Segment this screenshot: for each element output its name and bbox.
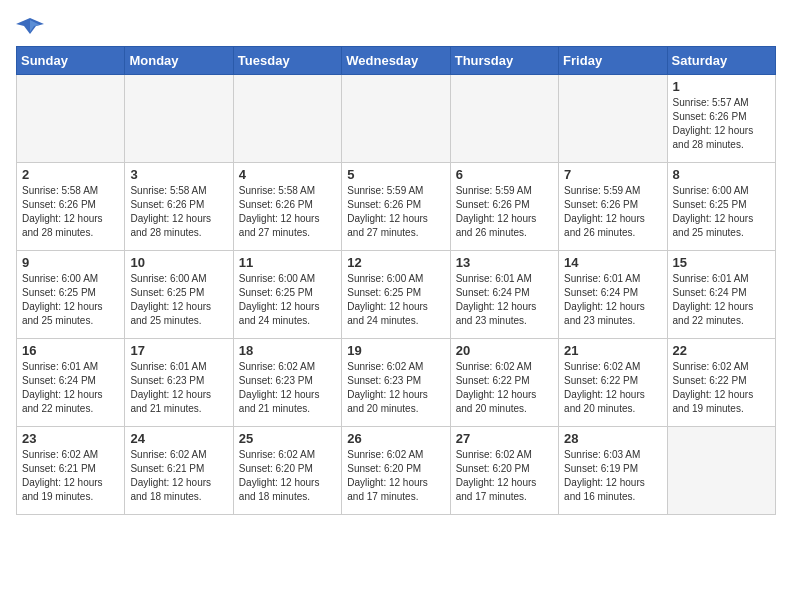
calendar-week-row: 1Sunrise: 5:57 AM Sunset: 6:26 PM Daylig… <box>17 75 776 163</box>
day-info: Sunrise: 6:02 AM Sunset: 6:22 PM Dayligh… <box>456 360 553 416</box>
day-info: Sunrise: 6:01 AM Sunset: 6:24 PM Dayligh… <box>22 360 119 416</box>
calendar-cell: 5Sunrise: 5:59 AM Sunset: 6:26 PM Daylig… <box>342 163 450 251</box>
calendar-cell <box>17 75 125 163</box>
day-number: 15 <box>673 255 770 270</box>
day-number: 5 <box>347 167 444 182</box>
day-info: Sunrise: 6:01 AM Sunset: 6:24 PM Dayligh… <box>456 272 553 328</box>
calendar-cell: 25Sunrise: 6:02 AM Sunset: 6:20 PM Dayli… <box>233 427 341 515</box>
day-number: 25 <box>239 431 336 446</box>
day-number: 9 <box>22 255 119 270</box>
calendar-cell <box>342 75 450 163</box>
day-number: 13 <box>456 255 553 270</box>
calendar-cell: 21Sunrise: 6:02 AM Sunset: 6:22 PM Dayli… <box>559 339 667 427</box>
day-number: 19 <box>347 343 444 358</box>
weekday-header-thursday: Thursday <box>450 47 558 75</box>
calendar-week-row: 2Sunrise: 5:58 AM Sunset: 6:26 PM Daylig… <box>17 163 776 251</box>
day-info: Sunrise: 5:58 AM Sunset: 6:26 PM Dayligh… <box>22 184 119 240</box>
calendar-cell: 26Sunrise: 6:02 AM Sunset: 6:20 PM Dayli… <box>342 427 450 515</box>
calendar-cell <box>667 427 775 515</box>
day-number: 10 <box>130 255 227 270</box>
day-info: Sunrise: 6:02 AM Sunset: 6:22 PM Dayligh… <box>564 360 661 416</box>
day-info: Sunrise: 6:01 AM Sunset: 6:23 PM Dayligh… <box>130 360 227 416</box>
day-info: Sunrise: 6:01 AM Sunset: 6:24 PM Dayligh… <box>564 272 661 328</box>
weekday-header-tuesday: Tuesday <box>233 47 341 75</box>
calendar-week-row: 9Sunrise: 6:00 AM Sunset: 6:25 PM Daylig… <box>17 251 776 339</box>
day-info: Sunrise: 6:00 AM Sunset: 6:25 PM Dayligh… <box>673 184 770 240</box>
calendar-cell: 27Sunrise: 6:02 AM Sunset: 6:20 PM Dayli… <box>450 427 558 515</box>
calendar-header-row: SundayMondayTuesdayWednesdayThursdayFrid… <box>17 47 776 75</box>
day-number: 1 <box>673 79 770 94</box>
day-number: 20 <box>456 343 553 358</box>
calendar-cell <box>233 75 341 163</box>
page-header <box>16 16 776 38</box>
day-number: 22 <box>673 343 770 358</box>
calendar-cell: 28Sunrise: 6:03 AM Sunset: 6:19 PM Dayli… <box>559 427 667 515</box>
calendar-cell: 9Sunrise: 6:00 AM Sunset: 6:25 PM Daylig… <box>17 251 125 339</box>
calendar-week-row: 16Sunrise: 6:01 AM Sunset: 6:24 PM Dayli… <box>17 339 776 427</box>
weekday-header-wednesday: Wednesday <box>342 47 450 75</box>
weekday-header-sunday: Sunday <box>17 47 125 75</box>
day-number: 21 <box>564 343 661 358</box>
calendar-cell: 3Sunrise: 5:58 AM Sunset: 6:26 PM Daylig… <box>125 163 233 251</box>
day-number: 8 <box>673 167 770 182</box>
day-info: Sunrise: 6:02 AM Sunset: 6:20 PM Dayligh… <box>347 448 444 504</box>
calendar-cell: 18Sunrise: 6:02 AM Sunset: 6:23 PM Dayli… <box>233 339 341 427</box>
day-info: Sunrise: 5:58 AM Sunset: 6:26 PM Dayligh… <box>239 184 336 240</box>
day-info: Sunrise: 6:02 AM Sunset: 6:21 PM Dayligh… <box>22 448 119 504</box>
calendar-cell: 13Sunrise: 6:01 AM Sunset: 6:24 PM Dayli… <box>450 251 558 339</box>
calendar-cell: 23Sunrise: 6:02 AM Sunset: 6:21 PM Dayli… <box>17 427 125 515</box>
calendar-table: SundayMondayTuesdayWednesdayThursdayFrid… <box>16 46 776 515</box>
calendar-cell: 14Sunrise: 6:01 AM Sunset: 6:24 PM Dayli… <box>559 251 667 339</box>
weekday-header-monday: Monday <box>125 47 233 75</box>
day-info: Sunrise: 6:02 AM Sunset: 6:20 PM Dayligh… <box>456 448 553 504</box>
day-info: Sunrise: 5:59 AM Sunset: 6:26 PM Dayligh… <box>456 184 553 240</box>
calendar-cell: 16Sunrise: 6:01 AM Sunset: 6:24 PM Dayli… <box>17 339 125 427</box>
day-number: 27 <box>456 431 553 446</box>
day-info: Sunrise: 5:57 AM Sunset: 6:26 PM Dayligh… <box>673 96 770 152</box>
day-info: Sunrise: 6:00 AM Sunset: 6:25 PM Dayligh… <box>239 272 336 328</box>
weekday-header-friday: Friday <box>559 47 667 75</box>
day-info: Sunrise: 6:01 AM Sunset: 6:24 PM Dayligh… <box>673 272 770 328</box>
logo <box>16 16 48 38</box>
calendar-cell: 1Sunrise: 5:57 AM Sunset: 6:26 PM Daylig… <box>667 75 775 163</box>
calendar-cell: 22Sunrise: 6:02 AM Sunset: 6:22 PM Dayli… <box>667 339 775 427</box>
calendar-cell: 4Sunrise: 5:58 AM Sunset: 6:26 PM Daylig… <box>233 163 341 251</box>
weekday-header-saturday: Saturday <box>667 47 775 75</box>
day-number: 24 <box>130 431 227 446</box>
day-number: 26 <box>347 431 444 446</box>
day-info: Sunrise: 5:59 AM Sunset: 6:26 PM Dayligh… <box>347 184 444 240</box>
calendar-week-row: 23Sunrise: 6:02 AM Sunset: 6:21 PM Dayli… <box>17 427 776 515</box>
logo-icon <box>16 16 44 38</box>
day-info: Sunrise: 6:02 AM Sunset: 6:21 PM Dayligh… <box>130 448 227 504</box>
day-info: Sunrise: 6:02 AM Sunset: 6:22 PM Dayligh… <box>673 360 770 416</box>
day-number: 7 <box>564 167 661 182</box>
day-number: 2 <box>22 167 119 182</box>
day-number: 6 <box>456 167 553 182</box>
calendar-cell: 6Sunrise: 5:59 AM Sunset: 6:26 PM Daylig… <box>450 163 558 251</box>
day-info: Sunrise: 6:02 AM Sunset: 6:23 PM Dayligh… <box>347 360 444 416</box>
day-info: Sunrise: 6:00 AM Sunset: 6:25 PM Dayligh… <box>22 272 119 328</box>
day-info: Sunrise: 6:03 AM Sunset: 6:19 PM Dayligh… <box>564 448 661 504</box>
calendar-cell <box>125 75 233 163</box>
calendar-cell <box>559 75 667 163</box>
calendar-cell: 17Sunrise: 6:01 AM Sunset: 6:23 PM Dayli… <box>125 339 233 427</box>
calendar-cell: 19Sunrise: 6:02 AM Sunset: 6:23 PM Dayli… <box>342 339 450 427</box>
day-number: 3 <box>130 167 227 182</box>
day-number: 12 <box>347 255 444 270</box>
calendar-cell: 8Sunrise: 6:00 AM Sunset: 6:25 PM Daylig… <box>667 163 775 251</box>
calendar-cell <box>450 75 558 163</box>
calendar-cell: 11Sunrise: 6:00 AM Sunset: 6:25 PM Dayli… <box>233 251 341 339</box>
calendar-cell: 12Sunrise: 6:00 AM Sunset: 6:25 PM Dayli… <box>342 251 450 339</box>
day-info: Sunrise: 5:58 AM Sunset: 6:26 PM Dayligh… <box>130 184 227 240</box>
calendar-cell: 24Sunrise: 6:02 AM Sunset: 6:21 PM Dayli… <box>125 427 233 515</box>
day-info: Sunrise: 6:02 AM Sunset: 6:23 PM Dayligh… <box>239 360 336 416</box>
day-number: 4 <box>239 167 336 182</box>
calendar-cell: 2Sunrise: 5:58 AM Sunset: 6:26 PM Daylig… <box>17 163 125 251</box>
day-number: 16 <box>22 343 119 358</box>
day-number: 18 <box>239 343 336 358</box>
calendar-cell: 10Sunrise: 6:00 AM Sunset: 6:25 PM Dayli… <box>125 251 233 339</box>
day-info: Sunrise: 6:00 AM Sunset: 6:25 PM Dayligh… <box>130 272 227 328</box>
day-info: Sunrise: 6:00 AM Sunset: 6:25 PM Dayligh… <box>347 272 444 328</box>
calendar-cell: 20Sunrise: 6:02 AM Sunset: 6:22 PM Dayli… <box>450 339 558 427</box>
day-info: Sunrise: 6:02 AM Sunset: 6:20 PM Dayligh… <box>239 448 336 504</box>
